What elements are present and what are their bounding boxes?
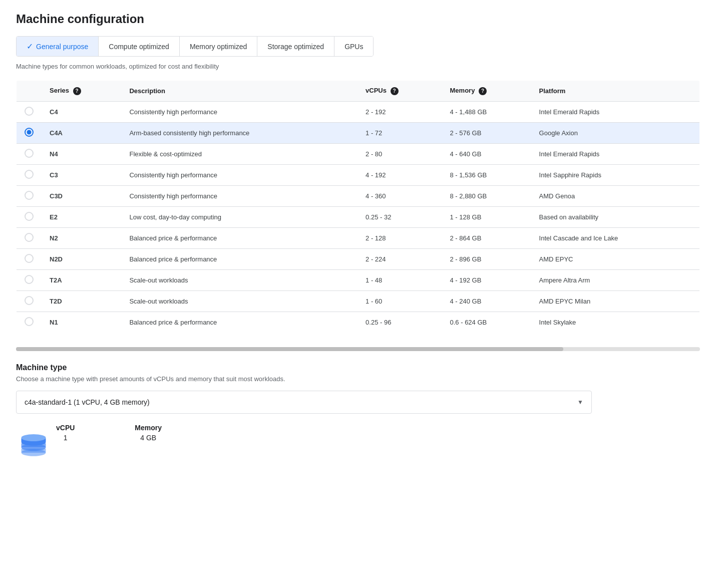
radio-button[interactable] — [25, 254, 34, 263]
memory-cell: 1 - 128 GB — [442, 206, 531, 227]
memory-cell: 4 - 640 GB — [442, 143, 531, 164]
description-cell: Scale-out workloads — [121, 290, 357, 312]
radio-cell — [17, 290, 42, 312]
vcpu-cell: 1 - 60 — [357, 290, 442, 312]
radio-cell — [17, 248, 42, 269]
table-row[interactable]: N1Balanced price & performance0.25 - 960… — [17, 312, 700, 333]
platform-cell: Google Axion — [531, 122, 700, 143]
vcpu-cell: 2 - 224 — [357, 248, 442, 269]
vcpu-cell: 4 - 360 — [357, 185, 442, 206]
page-title: Machine configuration — [16, 12, 700, 26]
radio-button[interactable] — [25, 317, 34, 326]
machine-series-table: Series ? Description vCPUs ? Memory ? Pl… — [16, 80, 700, 333]
tab-general-purpose[interactable]: ✓ General purpose — [17, 37, 99, 56]
platform-cell: Intel Skylake — [531, 312, 700, 333]
spec-group: vCPU 1 Memory 4 GB — [56, 424, 162, 442]
description-cell: Balanced price & performance — [121, 227, 357, 248]
radio-cell — [17, 143, 42, 164]
radio-cell — [17, 206, 42, 227]
memory-cell: 8 - 2,880 GB — [442, 185, 531, 206]
tab-compute-optimized[interactable]: Compute optimized — [99, 37, 180, 56]
tab-memory-optimized-label: Memory optimized — [190, 43, 247, 51]
chevron-down-icon: ▼ — [577, 399, 583, 406]
radio-button[interactable] — [25, 212, 34, 221]
memory-cell: 4 - 192 GB — [442, 269, 531, 290]
radio-button[interactable] — [25, 275, 34, 284]
radio-cell — [17, 164, 42, 185]
memory-value: 4 GB — [135, 434, 162, 442]
description-cell: Consistently high performance — [121, 101, 357, 122]
col-header-radio — [17, 81, 42, 102]
series-cell: C4 — [42, 101, 121, 122]
tab-subtitle: Machine types for common workloads, opti… — [16, 63, 700, 70]
vcpu-cell: 0.25 - 96 — [357, 312, 442, 333]
series-help-icon[interactable]: ? — [73, 87, 81, 95]
vcpu-cell: 2 - 192 — [357, 101, 442, 122]
machine-stack-icon — [16, 424, 56, 460]
platform-cell: Ampere Altra Arm — [531, 269, 700, 290]
vcpu-cell: 0.25 - 32 — [357, 206, 442, 227]
tab-gpus-label: GPUs — [344, 43, 363, 51]
memory-cell: 2 - 896 GB — [442, 248, 531, 269]
tab-storage-optimized-label: Storage optimized — [267, 43, 324, 51]
tab-gpus[interactable]: GPUs — [334, 37, 373, 56]
table-row[interactable]: C4AArm-based consistently high performan… — [17, 122, 700, 143]
series-cell: N2 — [42, 227, 121, 248]
table-row[interactable]: T2DScale-out workloads1 - 604 - 240 GBAM… — [17, 290, 700, 312]
memory-cell: 2 - 864 GB — [442, 227, 531, 248]
memory-cell: 4 - 240 GB — [442, 290, 531, 312]
table-scrollbar[interactable] — [16, 347, 700, 351]
table-row[interactable]: N2DBalanced price & performance2 - 2242 … — [17, 248, 700, 269]
machine-type-section-title: Machine type — [16, 363, 700, 372]
platform-cell: Based on availability — [531, 206, 700, 227]
memory-help-icon[interactable]: ? — [479, 87, 487, 95]
description-cell: Balanced price & performance — [121, 312, 357, 333]
platform-cell: Intel Emerald Rapids — [531, 101, 700, 122]
machine-specs-display: vCPU 1 Memory 4 GB — [16, 424, 700, 460]
radio-cell — [17, 185, 42, 206]
check-icon: ✓ — [27, 42, 33, 51]
table-row[interactable]: T2AScale-out workloads1 - 484 - 192 GBAm… — [17, 269, 700, 290]
radio-button[interactable] — [25, 191, 34, 200]
radio-button[interactable] — [25, 107, 34, 116]
radio-button[interactable] — [25, 170, 34, 179]
tab-memory-optimized[interactable]: Memory optimized — [180, 37, 257, 56]
description-cell: Consistently high performance — [121, 164, 357, 185]
radio-button[interactable] — [25, 296, 34, 305]
description-cell: Arm-based consistently high performance — [121, 122, 357, 143]
tab-storage-optimized[interactable]: Storage optimized — [257, 37, 334, 56]
machine-type-dropdown-value: c4a-standard-1 (1 vCPU, 4 GB memory) — [25, 398, 150, 406]
table-row[interactable]: C3Consistently high performance4 - 1928 … — [17, 164, 700, 185]
memory-spec: Memory 4 GB — [135, 424, 162, 442]
table-row[interactable]: N4Flexible & cost-optimized2 - 804 - 640… — [17, 143, 700, 164]
machine-type-section-subtitle: Choose a machine type with preset amount… — [16, 375, 700, 383]
series-cell: C3 — [42, 164, 121, 185]
machine-type-dropdown[interactable]: c4a-standard-1 (1 vCPU, 4 GB memory) ▼ — [16, 391, 592, 414]
machine-type-section: Machine type Choose a machine type with … — [16, 363, 700, 460]
table-row[interactable]: N2Balanced price & performance2 - 1282 -… — [17, 227, 700, 248]
platform-cell: Intel Emerald Rapids — [531, 143, 700, 164]
radio-button[interactable] — [25, 128, 34, 137]
series-cell: C4A — [42, 122, 121, 143]
table-row[interactable]: E2Low cost, day-to-day computing0.25 - 3… — [17, 206, 700, 227]
tab-compute-optimized-label: Compute optimized — [109, 43, 169, 51]
table-scrollbar-thumb — [16, 347, 563, 351]
vcpu-cell: 2 - 80 — [357, 143, 442, 164]
radio-button[interactable] — [25, 149, 34, 158]
series-cell: N1 — [42, 312, 121, 333]
series-cell: N4 — [42, 143, 121, 164]
radio-cell — [17, 312, 42, 333]
radio-cell — [17, 227, 42, 248]
col-header-platform: Platform — [531, 81, 700, 102]
series-cell: N2D — [42, 248, 121, 269]
col-header-series: Series ? — [42, 81, 121, 102]
radio-button[interactable] — [25, 233, 34, 242]
table-header-row: Series ? Description vCPUs ? Memory ? Pl… — [17, 81, 700, 102]
tab-general-purpose-label: General purpose — [36, 43, 88, 51]
vcpus-help-icon[interactable]: ? — [391, 87, 399, 95]
table-row[interactable]: C4Consistently high performance2 - 1924 … — [17, 101, 700, 122]
table-row[interactable]: C3DConsistently high performance4 - 3608… — [17, 185, 700, 206]
memory-label: Memory — [135, 424, 162, 432]
description-cell: Scale-out workloads — [121, 269, 357, 290]
vcpu-label: vCPU — [56, 424, 75, 432]
